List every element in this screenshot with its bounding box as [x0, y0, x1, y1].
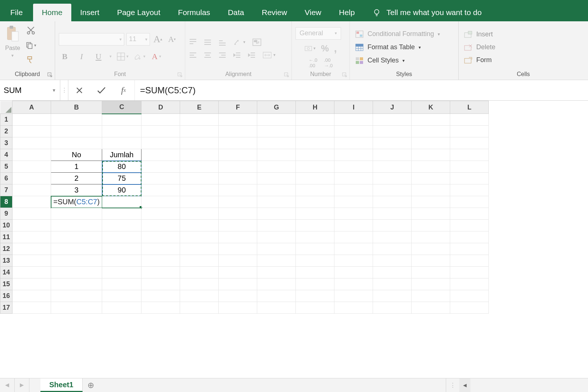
cell[interactable]: [180, 137, 219, 149]
cell[interactable]: [141, 267, 180, 278]
format-painter-icon[interactable]: [25, 54, 36, 65]
increase-indent-icon[interactable]: [248, 51, 256, 59]
cell[interactable]: [219, 255, 257, 267]
cell[interactable]: [296, 255, 334, 267]
cell[interactable]: [296, 302, 334, 314]
cell[interactable]: [334, 149, 373, 161]
cell[interactable]: [141, 231, 180, 243]
prev-sheet-button[interactable]: ◄: [0, 378, 15, 392]
cell[interactable]: [180, 267, 219, 278]
cell[interactable]: [412, 184, 450, 196]
dialog-launcher-icon[interactable]: [341, 72, 348, 78]
cell[interactable]: [12, 231, 51, 243]
row-header[interactable]: 5: [0, 161, 12, 173]
tab-data[interactable]: Data: [219, 4, 253, 21]
font-color-button[interactable]: A▾: [151, 51, 162, 62]
accounting-format-icon[interactable]: ▾: [304, 45, 316, 52]
scroll-left-button[interactable]: ◄: [459, 378, 470, 392]
cell[interactable]: [334, 173, 373, 184]
cell[interactable]: [180, 184, 219, 196]
cell[interactable]: [257, 184, 296, 196]
cell[interactable]: [257, 114, 296, 126]
cell[interactable]: 3: [51, 184, 102, 196]
cell[interactable]: [180, 302, 219, 314]
row-header[interactable]: 14: [0, 267, 12, 278]
row-header[interactable]: 3: [0, 137, 12, 149]
cell[interactable]: [102, 255, 141, 267]
cell[interactable]: [257, 278, 296, 290]
cell[interactable]: [296, 220, 334, 231]
cell[interactable]: [450, 278, 489, 290]
cell[interactable]: [12, 184, 51, 196]
cell[interactable]: Jumlah: [102, 149, 141, 161]
row-header[interactable]: 11: [0, 231, 12, 243]
cell[interactable]: [334, 126, 373, 137]
cell[interactable]: [296, 173, 334, 184]
cell[interactable]: [412, 137, 450, 149]
align-middle-icon[interactable]: [204, 39, 212, 46]
add-sheet-button[interactable]: ⊕: [83, 378, 99, 392]
cell[interactable]: [334, 267, 373, 278]
horizontal-scrollbar[interactable]: ⋮ ◄: [446, 378, 588, 392]
cell[interactable]: [373, 278, 412, 290]
dialog-launcher-icon[interactable]: [47, 72, 53, 78]
cell[interactable]: [257, 173, 296, 184]
cell[interactable]: [296, 161, 334, 173]
cell[interactable]: [450, 137, 489, 149]
cell[interactable]: [257, 126, 296, 137]
column-header[interactable]: K: [412, 101, 450, 114]
cell[interactable]: [373, 126, 412, 137]
column-header[interactable]: I: [334, 101, 373, 114]
row-header[interactable]: 17: [0, 302, 12, 314]
cell[interactable]: [51, 126, 102, 137]
decrease-decimal-icon[interactable]: .00→.0: [324, 57, 333, 68]
spreadsheet-grid[interactable]: ABCDEFGHIJKL1234NoJumlah5180627573908=SU…: [0, 101, 588, 314]
cell[interactable]: [180, 114, 219, 126]
cell[interactable]: [373, 255, 412, 267]
cell[interactable]: [51, 243, 102, 255]
cell[interactable]: [180, 290, 219, 302]
cell[interactable]: [373, 149, 412, 161]
cell[interactable]: [219, 220, 257, 231]
cell[interactable]: [51, 278, 102, 290]
tab-page-layout[interactable]: Page Layout: [108, 4, 169, 21]
cell[interactable]: [412, 173, 450, 184]
cell[interactable]: [296, 114, 334, 126]
cell[interactable]: [51, 302, 102, 314]
comma-icon[interactable]: ,: [334, 43, 337, 54]
bold-button[interactable]: B: [59, 51, 71, 62]
cell[interactable]: [296, 208, 334, 220]
row-header[interactable]: 13: [0, 255, 12, 267]
row-header[interactable]: 7: [0, 184, 12, 196]
cell[interactable]: [373, 137, 412, 149]
cell[interactable]: [373, 243, 412, 255]
cell[interactable]: [12, 114, 51, 126]
cell[interactable]: [450, 173, 489, 184]
cell[interactable]: [373, 208, 412, 220]
cell[interactable]: 1: [51, 161, 102, 173]
cell[interactable]: [219, 149, 257, 161]
cell[interactable]: 75: [102, 173, 141, 184]
column-header[interactable]: C: [102, 101, 141, 114]
cell[interactable]: [219, 231, 257, 243]
cell[interactable]: [373, 184, 412, 196]
cell[interactable]: [219, 208, 257, 220]
cell[interactable]: [412, 302, 450, 314]
cell[interactable]: [334, 208, 373, 220]
cell[interactable]: [257, 196, 296, 208]
cell[interactable]: [296, 267, 334, 278]
cell[interactable]: [12, 173, 51, 184]
cell[interactable]: [450, 184, 489, 196]
tab-home[interactable]: Home: [33, 4, 71, 21]
cell[interactable]: [12, 149, 51, 161]
sheet-tab-active[interactable]: Sheet1: [40, 378, 83, 392]
formula-input[interactable]: =SUM(C5:C7): [135, 80, 588, 100]
insert-function-button[interactable]: fx: [112, 85, 135, 95]
cell[interactable]: [257, 208, 296, 220]
cell[interactable]: [12, 267, 51, 278]
row-header[interactable]: 1: [0, 114, 12, 126]
cell[interactable]: [334, 302, 373, 314]
column-header[interactable]: A: [12, 101, 51, 114]
cell[interactable]: [12, 278, 51, 290]
cell[interactable]: [12, 220, 51, 231]
